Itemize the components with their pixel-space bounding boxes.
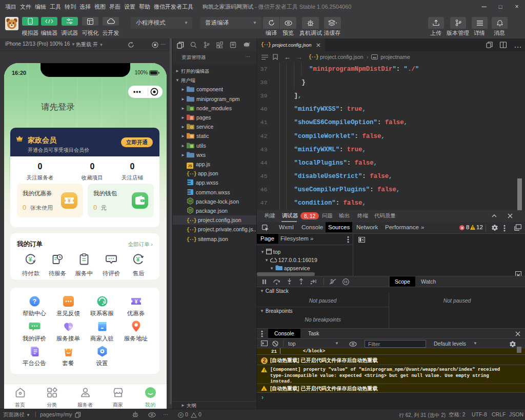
- svg-text:¥: ¥: [68, 198, 71, 204]
- svg-text:¥: ¥: [134, 299, 137, 305]
- svg-text:¥: ¥: [29, 256, 32, 263]
- svg-text:?: ?: [32, 298, 36, 305]
- svg-text:¥: ¥: [136, 256, 140, 263]
